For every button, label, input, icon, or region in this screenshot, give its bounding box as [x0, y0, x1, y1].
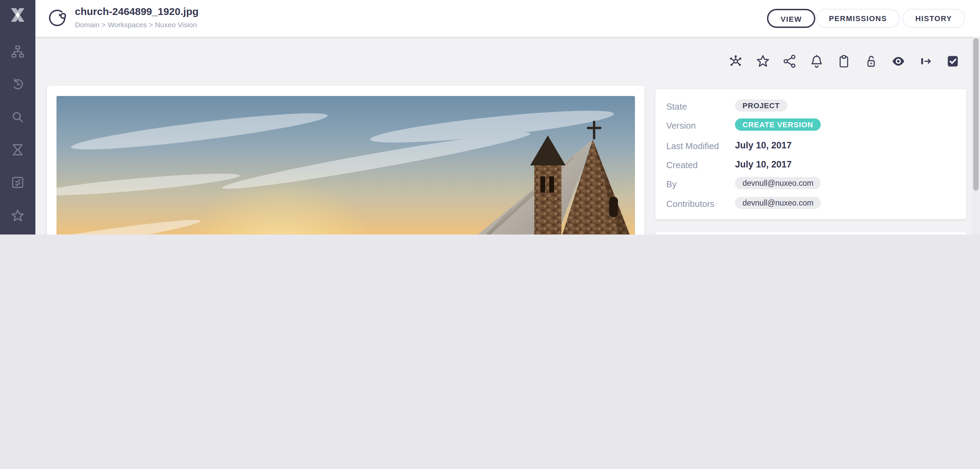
clipboard-icon[interactable] [837, 54, 851, 69]
favorite-star-icon[interactable] [756, 54, 770, 69]
sidebar-item-search[interactable] [10, 110, 25, 124]
export-icon[interactable] [918, 54, 933, 69]
nuxeo-logo[interactable] [8, 5, 28, 25]
meta-row-last-modified: Last Modified July 10, 2017 [666, 137, 956, 156]
sidebar-item-browse[interactable] [10, 44, 25, 59]
share-icon[interactable] [783, 54, 798, 69]
create-version-badge[interactable]: CREATE VERSION [735, 118, 821, 131]
tab-history[interactable]: HISTORY [902, 9, 965, 28]
top-header: church-2464899_1920.jpg Domain > Workspa… [35, 0, 980, 37]
photo-church-sunset [56, 96, 635, 234]
page-title: church-2464899_1920.jpg [75, 5, 199, 17]
lock-icon[interactable] [864, 54, 878, 69]
picture-document-icon [46, 8, 68, 29]
contributor-badge[interactable]: devnull@nuxeo.com [735, 197, 821, 209]
meta-row-state: State PROJECT [666, 97, 956, 116]
select-checkbox-icon[interactable] [945, 54, 960, 69]
meta-row-contributors: Contributors devnull@nuxeo.com [666, 195, 956, 214]
meta-row-created: Created July 10, 2017 [666, 156, 956, 175]
state-badge: PROJECT [735, 99, 788, 111]
sidebar-item-recent[interactable] [10, 142, 25, 157]
nuxeo-app: church-2464899_1920.jpg Domain > Workspa… [0, 0, 980, 234]
breadcrumb[interactable]: Domain > Workspaces > Nuxeo Vision [75, 21, 197, 29]
meta-row-version: Version CREATE VERSION [666, 116, 956, 135]
meta-row-by: By devnull@nuxeo.com [666, 175, 956, 194]
notifications-bell-icon[interactable] [809, 54, 824, 69]
sidebar-item-favorites[interactable] [10, 208, 25, 223]
title-card [655, 232, 966, 234]
sidebar-item-tasks[interactable] [10, 175, 25, 190]
scrollbar-thumb[interactable] [973, 38, 978, 191]
main-sidebar [0, 0, 35, 234]
author-badge[interactable]: devnull@nuxeo.com [735, 177, 821, 189]
collections-icon[interactable] [728, 54, 743, 69]
tab-view[interactable]: VIEW [767, 9, 816, 28]
tab-permissions[interactable]: PERMISSIONS [816, 9, 900, 28]
preview-eye-icon[interactable] [891, 54, 906, 69]
sidebar-item-history[interactable] [10, 77, 25, 92]
